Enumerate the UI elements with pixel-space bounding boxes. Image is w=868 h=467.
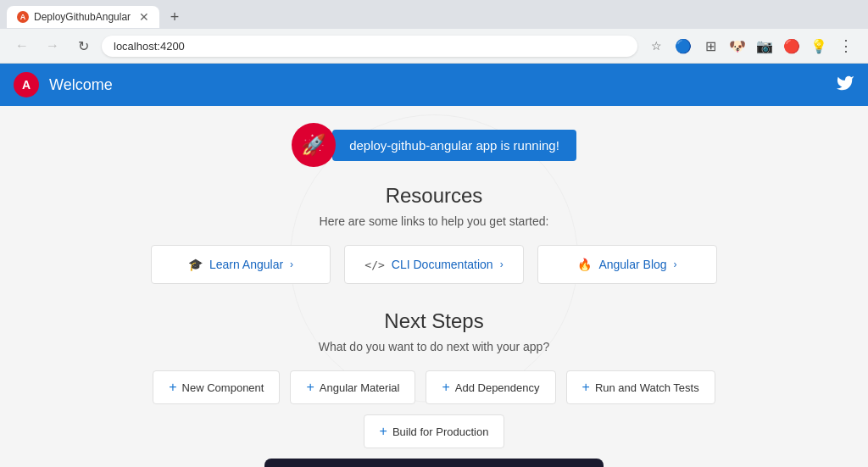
run-watch-tests-card[interactable]: + Run and Watch Tests xyxy=(566,370,715,404)
banner-text: deploy-github-angular app is running! xyxy=(332,130,576,161)
plus-icon-4: + xyxy=(582,380,590,395)
angular-material-label: Angular Material xyxy=(320,381,400,394)
plus-icon-2: + xyxy=(306,380,314,395)
learn-chevron: › xyxy=(290,259,293,270)
add-dependency-label: Add Dependency xyxy=(455,381,540,394)
twitter-icon[interactable] xyxy=(836,74,854,97)
add-dependency-card[interactable]: + Add Dependency xyxy=(426,370,555,404)
angular-material-card[interactable]: + Angular Material xyxy=(290,370,415,404)
blog-chevron: › xyxy=(674,259,677,270)
resource-cards: 🎓 Learn Angular › </> CLI Documentation … xyxy=(151,245,717,284)
steps-cards: + New Component + Angular Material + Add… xyxy=(151,370,717,404)
tab-title: DeployGithubAngular xyxy=(34,11,134,23)
learn-icon: 🎓 xyxy=(188,258,203,271)
extension-icon-6[interactable]: 💡 xyxy=(807,34,831,58)
back-button[interactable]: ← xyxy=(10,34,34,58)
cli-doc-card[interactable]: </> CLI Documentation › xyxy=(344,245,524,284)
steps-cards-row2: + Build for Production xyxy=(151,414,717,448)
forward-button[interactable]: → xyxy=(41,34,64,58)
menu-button[interactable]: ⋮ xyxy=(834,34,858,58)
rocket-icon: 🚀 xyxy=(301,133,326,157)
terminal: ng generate component xyz xyxy=(264,459,604,467)
plus-icon-3: + xyxy=(442,380,449,395)
learn-angular-card[interactable]: 🎓 Learn Angular › xyxy=(151,245,331,284)
reload-button[interactable]: ↻ xyxy=(71,34,95,58)
rocket-circle: 🚀 xyxy=(292,123,336,167)
build-production-card[interactable]: + Build for Production xyxy=(364,414,505,448)
app-title: Welcome xyxy=(49,76,113,94)
tab-favicon: A xyxy=(17,11,29,23)
main-content: 🚀 deploy-github-angular app is running! … xyxy=(0,106,868,467)
extension-icon-3[interactable]: 🐶 xyxy=(726,34,749,58)
address-bar: ← → ↻ ☆ 🔵 ⊞ 🐶 📷 🔴 💡 ⋮ xyxy=(0,29,868,63)
app-header-left: A Welcome xyxy=(14,72,113,97)
cli-chevron: › xyxy=(500,259,504,270)
tab-close-button[interactable]: ✕ xyxy=(139,11,149,23)
app-banner: 🚀 deploy-github-angular app is running! xyxy=(151,123,717,167)
url-input[interactable] xyxy=(102,36,637,57)
plus-icon-5: + xyxy=(380,424,387,439)
app-header: A Welcome xyxy=(0,64,868,106)
new-component-label: New Component xyxy=(182,381,264,394)
plus-icon-1: + xyxy=(169,380,176,395)
angular-blog-label: Angular Blog xyxy=(598,258,666,271)
content-wrapper: 🚀 deploy-github-angular app is running! … xyxy=(137,106,731,467)
extension-icon-2[interactable]: ⊞ xyxy=(698,34,722,58)
cli-icon: </> xyxy=(364,259,384,271)
extension-icon-4[interactable]: 📷 xyxy=(753,34,776,58)
browser-chrome: A DeployGithubAngular ✕ + ← → ↻ ☆ 🔵 ⊞ 🐶 … xyxy=(0,0,868,64)
extension-icon-1[interactable]: 🔵 xyxy=(671,34,695,58)
resources-subtitle: Here are some links to help you get star… xyxy=(151,214,717,228)
extension-icon-5[interactable]: 🔴 xyxy=(780,34,804,58)
learn-angular-label: Learn Angular xyxy=(209,258,283,271)
bookmark-icon[interactable]: ☆ xyxy=(644,34,668,58)
tab-bar: A DeployGithubAngular ✕ + xyxy=(0,0,868,29)
toolbar-icons: ☆ 🔵 ⊞ 🐶 📷 🔴 💡 ⋮ xyxy=(644,34,858,58)
build-production-label: Build for Production xyxy=(392,425,488,438)
next-steps-subtitle: What do you want to do next with your ap… xyxy=(151,340,717,353)
next-steps-title: Next Steps xyxy=(151,309,717,333)
new-tab-button[interactable]: + xyxy=(163,5,186,29)
cli-doc-label: CLI Documentation xyxy=(392,258,493,271)
blog-icon: 🔥 xyxy=(577,258,592,271)
angular-logo: A xyxy=(14,72,39,97)
resources-title: Resources xyxy=(151,184,717,208)
new-component-card[interactable]: + New Component xyxy=(153,370,280,404)
active-tab[interactable]: A DeployGithubAngular ✕ xyxy=(7,6,159,28)
run-watch-tests-label: Run and Watch Tests xyxy=(595,381,699,394)
angular-blog-card[interactable]: 🔥 Angular Blog › xyxy=(537,245,717,284)
